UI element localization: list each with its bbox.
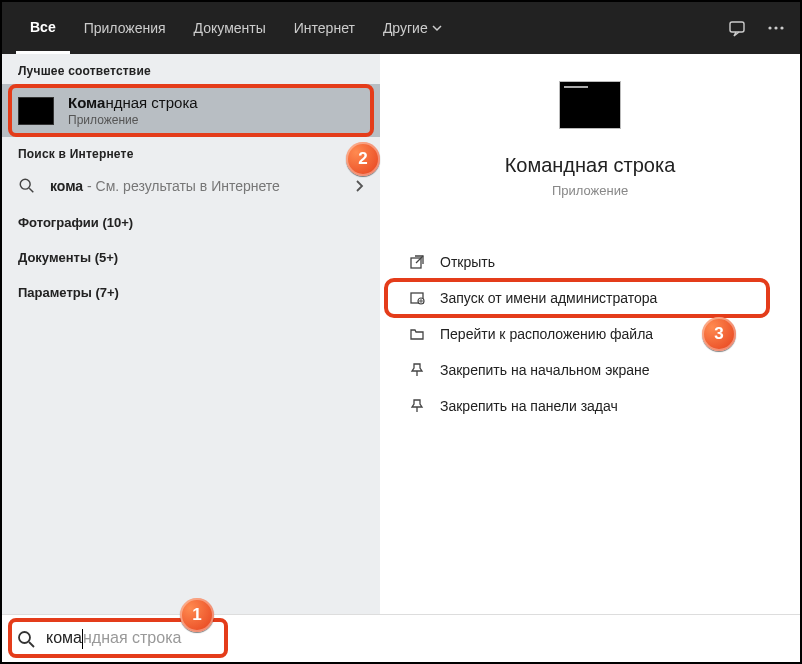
- detail-pane: Командная строка Приложение Открыть Запу…: [380, 54, 800, 614]
- svg-point-9: [19, 632, 30, 643]
- detail-subtitle: Приложение: [552, 183, 628, 198]
- tab-more[interactable]: Другие: [369, 2, 456, 54]
- section-label-web: Поиск в Интернете: [2, 137, 380, 167]
- pin-start-icon: [408, 361, 426, 379]
- open-icon: [408, 253, 426, 271]
- action-label: Закрепить на начальном экране: [440, 362, 650, 378]
- section-label-best-match: Лучшее соответствие: [2, 54, 380, 84]
- tab-label: Все: [30, 19, 56, 35]
- pin-taskbar-icon: [408, 397, 426, 415]
- svg-rect-0: [730, 22, 744, 32]
- action-run-as-admin[interactable]: Запуск от имени администратора: [386, 280, 794, 316]
- group-settings[interactable]: Параметры (7+): [2, 275, 380, 310]
- content-area: Лучшее соответствие Командная строка При…: [2, 54, 800, 614]
- result-command-prompt[interactable]: Командная строка Приложение: [2, 84, 380, 137]
- tab-all[interactable]: Все: [16, 2, 70, 54]
- tab-label: Другие: [383, 20, 428, 36]
- action-label: Перейти к расположению файла: [440, 326, 653, 342]
- group-documents[interactable]: Документы (5+): [2, 240, 380, 275]
- action-open-file-location[interactable]: Перейти к расположению файла: [386, 316, 794, 352]
- action-pin-to-taskbar[interactable]: Закрепить на панели задач: [386, 388, 794, 424]
- run-as-admin-icon: [408, 289, 426, 307]
- tab-label: Документы: [194, 20, 266, 36]
- svg-line-10: [29, 642, 34, 647]
- result-texts: Командная строка Приложение: [68, 94, 198, 127]
- action-open[interactable]: Открыть: [386, 244, 794, 280]
- tab-label: Интернет: [294, 20, 355, 36]
- svg-point-4: [20, 179, 30, 189]
- action-label: Открыть: [440, 254, 495, 270]
- chevron-right-icon: [354, 179, 364, 193]
- search-icon: [16, 629, 36, 649]
- detail-actions: Открыть Запуск от имени администратора П…: [380, 244, 800, 424]
- action-label: Запуск от имени администратора: [440, 290, 657, 306]
- chevron-down-icon: [432, 23, 442, 33]
- tab-apps[interactable]: Приложения: [70, 2, 180, 54]
- detail-title: Командная строка: [505, 154, 676, 177]
- tab-label: Приложения: [84, 20, 166, 36]
- result-title: Командная строка: [68, 94, 198, 111]
- svg-point-2: [774, 26, 777, 29]
- feedback-icon[interactable]: [728, 18, 748, 38]
- web-query: кома - См. результаты в Интернете: [50, 178, 280, 194]
- web-search-row[interactable]: кома - См. результаты в Интернете: [2, 167, 380, 205]
- results-pane: Лучшее соответствие Командная строка При…: [2, 54, 380, 614]
- command-prompt-large-icon: [560, 82, 620, 128]
- tab-internet[interactable]: Интернет: [280, 2, 369, 54]
- svg-point-3: [780, 26, 783, 29]
- action-pin-to-start[interactable]: Закрепить на начальном экране: [386, 352, 794, 388]
- action-label: Закрепить на панели задач: [440, 398, 618, 414]
- open-location-icon: [408, 325, 426, 343]
- top-bar: Все Приложения Документы Интернет Другие: [2, 2, 800, 54]
- svg-line-5: [29, 188, 33, 192]
- search-input[interactable]: командная строка: [46, 629, 786, 649]
- svg-point-1: [768, 26, 771, 29]
- search-icon: [18, 177, 36, 195]
- result-subtitle: Приложение: [68, 113, 198, 127]
- group-photos[interactable]: Фотографии (10+): [2, 205, 380, 240]
- search-bar[interactable]: командная строка: [2, 614, 800, 662]
- command-prompt-icon: [18, 97, 54, 125]
- tab-documents[interactable]: Документы: [180, 2, 280, 54]
- more-options-icon[interactable]: [766, 18, 786, 38]
